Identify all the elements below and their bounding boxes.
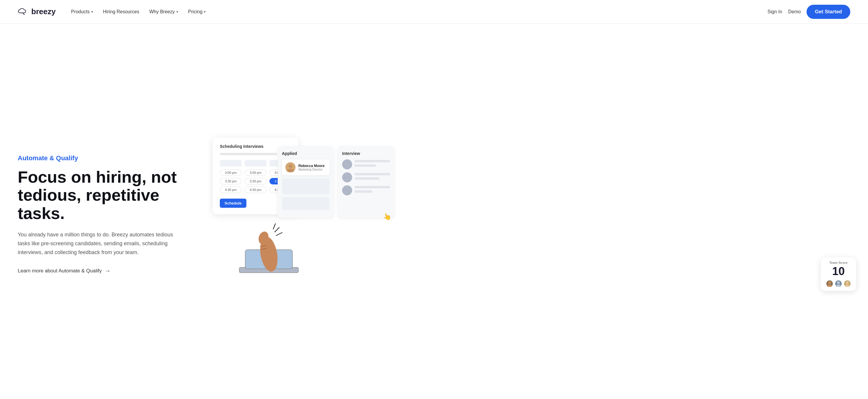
schedule-button[interactable]: Schedule [220,199,246,208]
kanban-applied-column: Applied Rebecca Moore Marketing Director [278,146,334,218]
thumbs-up-illustration [236,208,301,279]
nav-hiring-resources[interactable]: Hiring Resources [99,7,143,17]
nav-pricing[interactable]: Pricing ▾ [185,7,210,17]
interview-line-1 [354,160,390,162]
team-score-value: 10 [825,266,852,277]
interview-line-6 [354,190,372,193]
time-slot-1-2[interactable]: 3:00 pm [245,169,267,176]
svg-line-9 [276,233,282,235]
scheduling-bar [220,153,277,155]
why-breezy-chevron-icon: ▾ [176,10,178,14]
svg-line-10 [273,224,275,229]
interview-ghost-card-3 [342,185,390,195]
interview-line-5 [354,186,390,188]
time-slot-2-1[interactable]: 3:30 pm [220,178,242,185]
time-slot-3-1[interactable]: 4:30 pm [220,187,242,193]
hero-section: Automate & Qualify Focus on hiring, not … [0,24,868,399]
time-slot-3-2[interactable]: 4:30 pm [245,187,267,193]
interview-card-lines-3 [354,186,390,195]
kanban-area: Applied Rebecca Moore Marketing Director [278,146,394,218]
team-score-label: Team Score [825,261,852,264]
score-avatar-2 [835,280,842,288]
navbar: breezy Products ▾ Hiring Resources Why B… [0,0,868,24]
hero-right: Scheduling Interviews 3:00 pm 3:00 pm 3:… [213,137,850,291]
score-avatar-3 [843,280,851,288]
kanban-card-role: Marketing Director [299,168,326,171]
interview-line-2 [354,164,376,167]
kanban-card-name: Rebecca Moore [299,164,326,168]
interview-avatar-1 [342,159,352,169]
hero-left: Automate & Qualify Focus on hiring, not … [18,154,201,274]
nav-products[interactable]: Products ▾ [67,7,96,17]
logo-text: breezy [31,7,56,16]
hero-learn-more-text: Learn more about Automate & Qualify [18,268,102,274]
interview-card-lines [354,160,390,169]
get-started-button[interactable]: Get Started [807,5,850,19]
nav-why-breezy[interactable]: Why Breezy ▾ [146,7,181,17]
svg-point-11 [828,281,831,284]
demo-link[interactable]: Demo [788,9,801,14]
team-score-badge: Team Score 10 [821,257,856,291]
logo[interactable]: breezy [18,7,56,16]
logo-icon [18,8,28,16]
interview-avatar-2 [342,172,352,182]
sched-col-2 [245,160,267,166]
arrow-icon: → [104,267,111,274]
thumbs-up-container [236,208,301,279]
hero-description: You already have a million things to do.… [18,231,183,257]
navbar-right: Sign In Demo Get Started [768,5,850,19]
svg-point-1 [289,164,292,168]
kanban-card-rebecca-info: Rebecca Moore Marketing Director [299,164,326,171]
svg-point-13 [846,281,849,284]
kanban-applied-title: Applied [282,151,330,156]
hero-tag: Automate & Qualify [18,154,201,162]
sign-in-link[interactable]: Sign In [768,9,782,14]
svg-point-12 [837,281,840,284]
nav-links: Products ▾ Hiring Resources Why Breezy ▾… [67,7,209,17]
time-slot-1-1[interactable]: 3:00 pm [220,169,242,176]
navbar-left: breezy Products ▾ Hiring Resources Why B… [18,7,209,17]
kanban-avatar-rebecca [285,162,296,172]
kanban-interview-column: Interview [338,146,394,218]
hero-title: Focus on hiring, not tedious, repetitive… [18,168,201,223]
products-chevron-icon: ▾ [91,10,93,14]
avatar-illustration [285,162,296,172]
interview-ghost-card-2 [342,172,390,182]
pricing-chevron-icon: ▾ [204,10,206,14]
interview-card-lines-2 [354,173,390,182]
hero-learn-more-link[interactable]: Learn more about Automate & Qualify → [18,267,201,274]
team-score-avatars [825,280,852,288]
interview-ghost-card-1 [342,159,390,169]
interview-line-3 [354,173,390,175]
sched-col-1 [220,160,242,166]
interview-line-4 [354,177,379,180]
kanban-card-rebecca[interactable]: Rebecca Moore Marketing Director 👆 [282,159,330,175]
kanban-interview-title: Interview [342,151,390,156]
score-avatar-1 [826,280,833,288]
kanban-ghost-card-1 [282,178,330,194]
time-slot-2-2[interactable]: 3:30 pm [245,178,267,185]
svg-line-8 [275,228,279,232]
interview-avatar-3 [342,185,352,195]
